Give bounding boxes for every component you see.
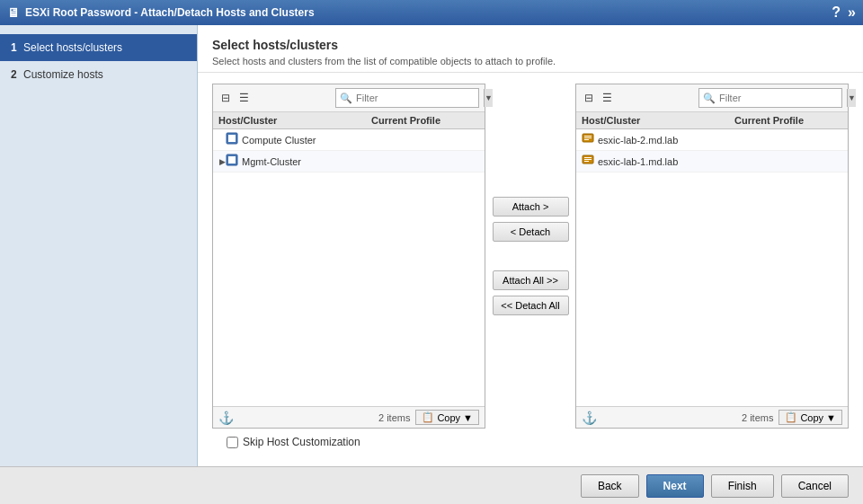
right-copy-arrow: ▼	[826, 412, 836, 423]
right-table-body: esxic-lab-2.md.lab esxic-lab-1.md.lab	[576, 129, 848, 406]
right-filter-input[interactable]	[716, 91, 847, 105]
sidebar-item-customize-hosts[interactable]: 2 Customize hosts	[0, 61, 197, 88]
svg-rect-3	[228, 138, 232, 142]
skip-customization-text: Skip Host Customization	[243, 436, 360, 448]
expand-spacer	[218, 136, 226, 145]
panels-row: ⊟ ☰ 🔍 ▼ Host/Cluster Current Profile	[212, 84, 849, 429]
cancel-button[interactable]: Cancel	[781, 474, 849, 498]
detach-all-button[interactable]: << Detach All	[493, 296, 569, 315]
svg-rect-1	[228, 135, 232, 138]
svg-rect-7	[232, 156, 236, 160]
middle-buttons: Attach > < Detach Attach All >> << Detac…	[485, 84, 575, 429]
svg-rect-11	[584, 136, 592, 137]
step2-num: 2	[11, 68, 17, 81]
title-bar: 🖥 ESXi Root Password - Attach/Detach Hos…	[0, 0, 863, 25]
host-icon2	[582, 154, 594, 169]
right-item-count: 2 items	[602, 412, 773, 423]
copy-icon: 📋	[422, 411, 434, 423]
page-description: Select hosts and clusters from the list …	[212, 56, 849, 66]
finish-button[interactable]: Finish	[711, 474, 774, 498]
page-header: Select hosts/clusters Select hosts and c…	[198, 25, 863, 73]
content-area: Select hosts/clusters Select hosts and c…	[198, 25, 863, 466]
left-collapse-icon[interactable]: ⊟	[218, 91, 233, 105]
svg-rect-8	[228, 160, 232, 164]
svg-rect-15	[584, 157, 592, 158]
skip-customization-checkbox[interactable]	[227, 437, 238, 448]
back-button[interactable]: Back	[581, 474, 639, 498]
title-controls[interactable]: ? »	[832, 4, 856, 21]
svg-rect-9	[232, 160, 236, 164]
right-filter-arrow[interactable]: ▼	[847, 89, 856, 107]
expand-icon[interactable]: »	[848, 4, 856, 21]
dialog-title: ESXi Root Password - Attach/Detach Hosts…	[25, 6, 832, 19]
svg-rect-4	[232, 138, 236, 142]
svg-rect-2	[232, 135, 236, 138]
cluster-label: Compute Cluster	[242, 135, 479, 146]
table-row[interactable]: ▶ Mgmt-Cluster	[213, 151, 485, 172]
help-icon[interactable]: ?	[832, 4, 841, 21]
table-row[interactable]: esxic-lab-2.md.lab	[576, 129, 848, 151]
cluster-label2: Mgmt-Cluster	[242, 156, 479, 167]
left-panel: ⊟ ☰ 🔍 ▼ Host/Cluster Current Profile	[212, 84, 485, 429]
main-content: 1 Select hosts/clusters 2 Customize host…	[0, 25, 863, 466]
right-copy-icon: 📋	[785, 411, 797, 423]
right-footer-icon: ⚓	[582, 411, 597, 425]
left-footer-icon: ⚓	[218, 411, 234, 425]
next-button[interactable]: Next	[646, 474, 704, 498]
cluster-icon2	[226, 154, 238, 169]
detach-button[interactable]: < Detach	[493, 222, 569, 242]
left-filter-input[interactable]	[352, 91, 484, 105]
step2-label: Customize hosts	[23, 68, 103, 81]
page-title: Select hosts/clusters	[212, 38, 849, 52]
step1-label: Select hosts/clusters	[23, 41, 122, 54]
host-label2: esxic-lab-1.md.lab	[598, 156, 842, 167]
left-col-profile: Current Profile	[371, 115, 479, 126]
right-copy-button[interactable]: 📋 Copy ▼	[778, 410, 842, 425]
left-search-icon: 🔍	[336, 93, 352, 104]
host-label1: esxic-lab-2.md.lab	[598, 135, 842, 146]
right-col-host: Host/Cluster	[582, 115, 734, 126]
right-filter-box[interactable]: 🔍 ▼	[698, 88, 842, 108]
sidebar-item-select-hosts[interactable]: 1 Select hosts/clusters	[0, 34, 197, 61]
footer-bar: Back Next Finish Cancel	[0, 466, 863, 504]
right-col-profile: Current Profile	[734, 115, 842, 126]
svg-rect-16	[584, 159, 592, 160]
table-row[interactable]: esxic-lab-1.md.lab	[576, 151, 848, 172]
attach-button[interactable]: Attach >	[493, 197, 569, 217]
left-copy-label: Copy	[437, 412, 460, 423]
right-panel: ⊟ ☰ 🔍 ▼ Host/Cluster Current Profile	[575, 84, 849, 429]
svg-rect-12	[584, 137, 592, 138]
right-collapse-icon[interactable]: ⊟	[582, 91, 596, 105]
left-table-body: Compute Cluster ▶ Mgmt-Cluster	[213, 129, 485, 406]
svg-rect-13	[584, 139, 589, 140]
expand-arrow[interactable]: ▶	[218, 157, 226, 166]
left-item-count: 2 items	[239, 412, 410, 423]
left-copy-button[interactable]: 📋 Copy ▼	[415, 410, 479, 425]
panel-area: ⊟ ☰ 🔍 ▼ Host/Cluster Current Profile	[198, 73, 863, 466]
right-table-header: Host/Cluster Current Profile	[576, 112, 848, 129]
svg-rect-17	[584, 161, 589, 162]
right-panel-toolbar: ⊟ ☰ 🔍 ▼	[576, 84, 848, 112]
skip-customization-label[interactable]: Skip Host Customization	[227, 436, 360, 448]
left-panel-footer: ⚓ 2 items 📋 Copy ▼	[213, 406, 485, 428]
right-panel-footer: ⚓ 2 items 📋 Copy ▼	[576, 406, 848, 428]
right-list-icon[interactable]: ☰	[600, 91, 614, 105]
copy-arrow: ▼	[463, 412, 473, 423]
svg-rect-6	[228, 156, 232, 160]
table-row[interactable]: Compute Cluster	[213, 129, 485, 151]
title-icon: 🖥	[7, 5, 20, 20]
step1-num: 1	[11, 41, 17, 54]
bottom-row: Skip Host Customization	[212, 429, 849, 455]
left-filter-box[interactable]: 🔍 ▼	[335, 88, 479, 108]
left-list-icon[interactable]: ☰	[236, 91, 251, 105]
left-panel-toolbar: ⊟ ☰ 🔍 ▼	[213, 84, 485, 112]
right-copy-label: Copy	[800, 412, 823, 423]
cluster-icon	[226, 132, 238, 147]
attach-all-button[interactable]: Attach All >>	[493, 270, 569, 290]
left-table-header: Host/Cluster Current Profile	[213, 112, 485, 129]
right-search-icon: 🔍	[699, 93, 716, 104]
host-icon1	[582, 132, 594, 147]
left-col-host: Host/Cluster	[218, 115, 371, 126]
sidebar: 1 Select hosts/clusters 2 Customize host…	[0, 25, 198, 466]
